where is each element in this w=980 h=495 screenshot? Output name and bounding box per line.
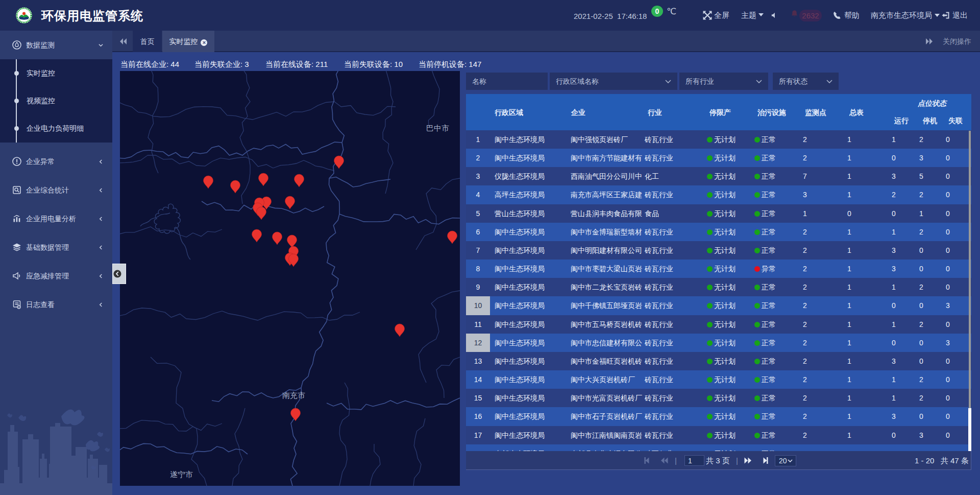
svg-text:遂宁市: 遂宁市 [170,470,193,479]
svg-text:南充市: 南充市 [282,391,305,399]
svg-text:巴中市: 巴中市 [426,124,449,132]
